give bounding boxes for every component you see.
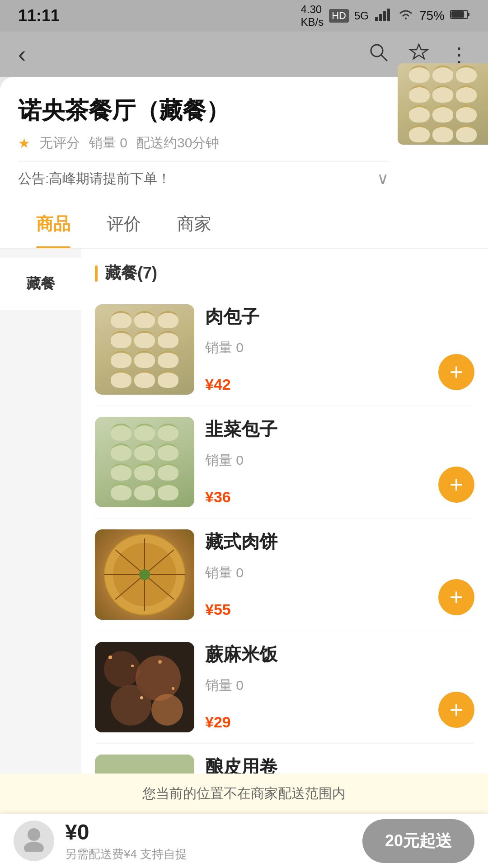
main-content: 诺央茶餐厅（藏餐） ★ 无评分 销量 0 配送约30分钟 公告:高峰期请提前下单… [0,77,488,868]
product-info-2: 韭菜包子 销量 0 ¥36 [205,417,427,507]
svg-point-21 [111,685,151,726]
tab-reviews[interactable]: 评价 [89,200,159,248]
star-icon: ★ [18,135,30,151]
battery-icon [450,9,470,23]
order-button[interactable]: 20元起送 [362,819,474,863]
svg-rect-23 [108,656,112,659]
product-price-3: ¥55 [205,595,427,620]
signal-bars [374,8,392,24]
svg-rect-2 [383,11,386,21]
thumb-image [398,63,488,145]
product-sales-4: 销量 0 [205,676,427,695]
restaurant-thumbnail [398,63,488,145]
rating-text: 无评分 [39,134,80,152]
back-button[interactable]: ‹ [18,41,26,68]
price-value-1: 42 [214,376,231,393]
product-name-1: 肉包子 [205,304,427,329]
cart-info: ¥0 另需配送费¥4 支持自提 [65,820,362,862]
add-to-cart-button-1[interactable]: + [438,354,474,390]
price-value-3: 55 [214,601,231,618]
product-image-3 [95,529,194,620]
svg-rect-5 [468,13,469,16]
svg-rect-0 [375,17,378,21]
price-value-4: 29 [214,713,231,731]
network-5g1: 5G [354,9,369,22]
signal-text: 4.30KB/s [300,3,324,28]
product-name-2: 韭菜包子 [205,417,427,442]
svg-point-31 [24,842,44,852]
price-currency-2: ¥ [205,488,214,505]
svg-rect-1 [379,14,382,21]
svg-rect-24 [131,665,134,667]
product-item-3: 藏式肉饼 销量 0 ¥55 + [95,519,474,631]
product-image-4 [95,642,194,732]
product-sales-3: 销量 0 [205,564,427,582]
svg-rect-26 [140,696,143,699]
svg-line-8 [381,55,387,61]
tab-merchant[interactable]: 商家 [159,200,230,248]
product-image-1 [95,304,194,395]
location-warning-text: 您当前的位置不在商家配送范围内 [142,786,346,801]
status-time: 11:11 [18,6,60,25]
avatar-icon [20,825,47,857]
sidebar-item-zangcan[interactable]: 藏餐 [0,258,81,310]
product-price-2: ¥36 [205,483,427,507]
svg-rect-27 [172,687,174,690]
restaurant-name: 诺央茶餐厅（藏餐） [18,95,389,127]
delivery-text: 配送约30分钟 [136,134,219,152]
price-value-2: 36 [214,488,231,505]
more-icon[interactable]: ⋮ [449,43,470,66]
add-to-cart-button-2[interactable]: + [438,467,474,503]
search-icon[interactable] [368,42,389,67]
product-price-4: ¥29 [205,708,427,732]
add-to-cart-button-3[interactable]: + [438,579,474,615]
product-name-4: 蕨麻米饭 [205,642,427,667]
cart-avatar [14,821,54,861]
price-currency-3: ¥ [205,601,214,618]
wifi-icon [398,8,414,24]
category-header: 藏餐(7) [95,249,474,293]
status-right: 4.30KB/s HD 5G 75% [300,3,470,28]
svg-rect-3 [387,9,390,21]
product-item: 肉包子 销量 0 ¥42 + [95,293,474,406]
cart-note: 另需配送费¥4 支持自提 [65,846,362,862]
bottom-bar: ¥0 另需配送费¥4 支持自提 20元起送 [0,814,488,868]
price-currency-1: ¥ [205,376,214,393]
product-price-1: ¥42 [205,370,427,395]
location-warning: 您当前的位置不在商家配送范围内 [0,774,488,814]
product-sales-2: 销量 0 [205,451,427,470]
svg-point-30 [28,828,40,841]
chevron-down-icon[interactable]: ∨ [377,169,389,188]
svg-point-22 [151,694,183,726]
battery-text: 75% [419,9,445,23]
announcement-text: 公告:高峰期请提前下单！ [18,170,377,188]
status-bar: 11:11 4.30KB/s HD 5G 75% [0,0,488,32]
svg-point-17 [139,569,150,580]
product-info-3: 藏式肉饼 销量 0 ¥55 [205,529,427,620]
cart-price: ¥0 [65,820,362,844]
price-currency-4: ¥ [205,713,214,731]
product-info-1: 肉包子 销量 0 ¥42 [205,304,427,395]
add-to-cart-button-4[interactable]: + [438,692,474,728]
announcement-bar: 公告:高峰期请提前下单！ ∨ [18,161,389,195]
svg-marker-9 [410,44,427,59]
product-sales-1: 销量 0 [205,339,427,357]
restaurant-meta: ★ 无评分 销量 0 配送约30分钟 [18,134,389,152]
tabs: 商品 评价 商家 [0,200,488,249]
product-image-2 [95,417,194,507]
product-info-4: 蕨麻米饭 销量 0 ¥29 [205,642,427,732]
product-item-4: 蕨麻米饭 销量 0 ¥29 + [95,631,474,744]
sales-text: 销量 0 [89,134,127,152]
svg-rect-6 [451,11,464,18]
product-name-3: 藏式肉饼 [205,529,427,554]
hd-badge: HD [329,9,349,23]
product-item-2: 韭菜包子 销量 0 ¥36 + [95,406,474,519]
svg-rect-25 [158,660,162,664]
tab-products[interactable]: 商品 [18,200,89,248]
